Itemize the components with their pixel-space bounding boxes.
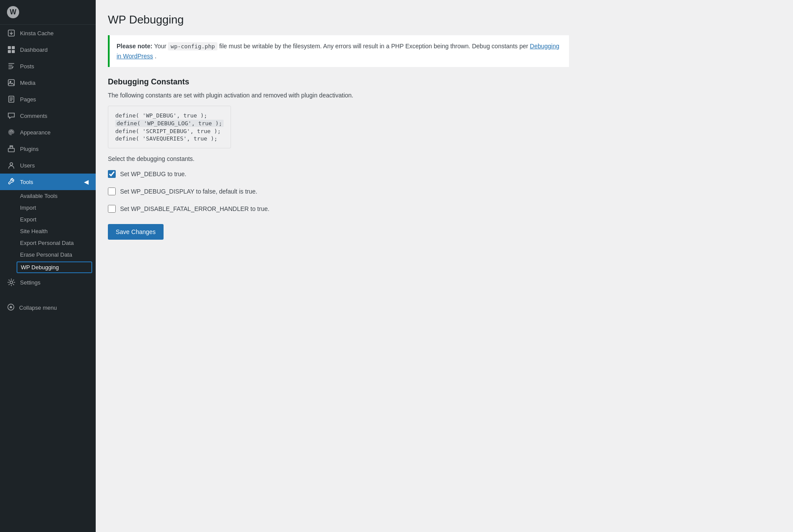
notice-text3: . (155, 53, 157, 60)
checkbox-wp-debug[interactable] (108, 170, 116, 178)
sidebar-item-media[interactable]: Media (0, 74, 96, 91)
checkbox-wp-debug-display-label[interactable]: Set WP_DEBUG_DISPLAY to false, default i… (120, 188, 257, 195)
notice-text2: file must be writable by the filesystem.… (219, 43, 530, 50)
save-changes-button[interactable]: Save Changes (108, 224, 164, 240)
settings-icon (7, 278, 16, 287)
svg-point-12 (10, 163, 13, 165)
notice-prefix: Please note: (117, 43, 152, 50)
checkbox-wp-disable-fatal[interactable] (108, 205, 116, 213)
sidebar-item-label-media: Media (20, 80, 89, 86)
tools-arrow-icon: ◀ (84, 178, 89, 185)
sidebar-item-dashboard[interactable]: Dashboard (0, 41, 96, 58)
sidebar-item-label-tools: Tools (20, 179, 80, 185)
sidebar-item-label-appearance: Appearance (20, 129, 89, 136)
notice-box: Please note: Your wp-config.php file mus… (108, 35, 569, 67)
sidebar-item-kinsta-cache[interactable]: Kinsta Cache (0, 25, 96, 41)
sidebar-item-label-dashboard: Dashboard (20, 47, 89, 53)
sidebar-item-appearance[interactable]: Appearance (0, 124, 96, 141)
svg-rect-2 (12, 46, 15, 49)
sidebar-subitem-site-health[interactable]: Site Health (0, 225, 96, 237)
plugins-icon (7, 144, 16, 153)
checkbox-wp-debug-label[interactable]: Set WP_DEBUG to true. (120, 171, 187, 177)
notice-code: wp-config.php (168, 42, 217, 50)
dashboard-icon (7, 45, 16, 54)
appearance-icon (7, 128, 16, 137)
collapse-icon (7, 303, 15, 312)
code-line-3: define( 'SCRIPT_DEBUG', true ); (115, 128, 224, 134)
sidebar-item-comments[interactable]: Comments (0, 107, 96, 124)
sidebar-logo: W (0, 0, 96, 25)
code-block: define( 'WP_DEBUG', true ); define( 'WP_… (108, 106, 231, 148)
sidebar-subitem-import[interactable]: Import (0, 202, 96, 214)
sidebar-item-label-pages: Pages (20, 96, 89, 103)
sidebar-item-label-comments: Comments (20, 113, 89, 119)
svg-rect-4 (12, 50, 15, 53)
code-line-1: define( 'WP_DEBUG', true ); (115, 112, 224, 119)
collapse-menu[interactable]: Collapse menu (0, 299, 96, 316)
sidebar-item-label-settings: Settings (20, 279, 89, 286)
sidebar-item-tools[interactable]: Tools ◀ (0, 174, 96, 190)
sidebar-subitem-export-personal-data[interactable]: Export Personal Data (0, 237, 96, 249)
sidebar-item-label-users: Users (20, 162, 89, 169)
sidebar-item-label-plugins: Plugins (20, 146, 89, 152)
kinsta-icon (7, 29, 16, 37)
media-icon (7, 78, 16, 87)
sidebar-item-label-posts: Posts (20, 63, 89, 70)
sidebar-item-users[interactable]: Users (0, 157, 96, 174)
checkbox-wp-debug-display[interactable] (108, 187, 116, 195)
comments-icon (7, 111, 16, 120)
sidebar-subitem-export[interactable]: Export (0, 214, 96, 225)
sidebar-item-pages[interactable]: Pages (0, 91, 96, 107)
svg-rect-1 (8, 46, 11, 49)
sidebar-item-label-kinsta: Kinsta Cache (20, 30, 89, 37)
checkbox-wp-debug-row: Set WP_DEBUG to true. (108, 170, 780, 178)
select-label: Select the debugging constants. (108, 155, 780, 162)
svg-point-8 (10, 131, 11, 132)
svg-point-13 (10, 281, 13, 284)
code-line-2: define( 'WP_DEBUG_LOG', true ); (115, 120, 224, 127)
main-content: WP Debugging Please note: Your wp-config… (96, 0, 793, 532)
svg-point-9 (11, 130, 12, 131)
checkbox-wp-disable-fatal-row: Set WP_DISABLE_FATAL_ERROR_HANDLER to tr… (108, 205, 780, 213)
svg-point-10 (12, 131, 13, 132)
sidebar-subitem-available-tools[interactable]: Available Tools (0, 190, 96, 202)
collapse-label: Collapse menu (19, 304, 57, 311)
sidebar-subitem-wp-debugging[interactable]: WP Debugging (17, 261, 92, 273)
notice-text1: Your (154, 43, 168, 50)
code-line-4: define( 'SAVEQUERIES', true ); (115, 135, 224, 142)
sidebar-item-posts[interactable]: Posts (0, 58, 96, 74)
svg-rect-11 (8, 148, 14, 152)
sidebar: W Kinsta Cache Dashboard (0, 0, 96, 532)
tools-icon (7, 177, 16, 186)
section-desc: The following constants are set with plu… (108, 92, 780, 99)
svg-rect-3 (8, 50, 11, 53)
posts-icon (7, 62, 16, 70)
sidebar-subitem-erase-personal-data[interactable]: Erase Personal Data (0, 249, 96, 261)
tools-submenu: Available Tools Import Export Site Healt… (0, 190, 96, 273)
checkbox-wp-disable-fatal-label[interactable]: Set WP_DISABLE_FATAL_ERROR_HANDLER to tr… (120, 205, 269, 212)
sidebar-item-plugins[interactable]: Plugins (0, 141, 96, 157)
users-icon (7, 161, 16, 170)
page-title: WP Debugging (108, 13, 780, 27)
checkbox-wp-debug-display-row: Set WP_DEBUG_DISPLAY to false, default i… (108, 187, 780, 195)
sidebar-item-settings[interactable]: Settings (0, 274, 96, 291)
section-title: Debugging Constants (108, 77, 780, 87)
pages-icon (7, 95, 16, 104)
wp-logo-icon: W (7, 6, 19, 18)
